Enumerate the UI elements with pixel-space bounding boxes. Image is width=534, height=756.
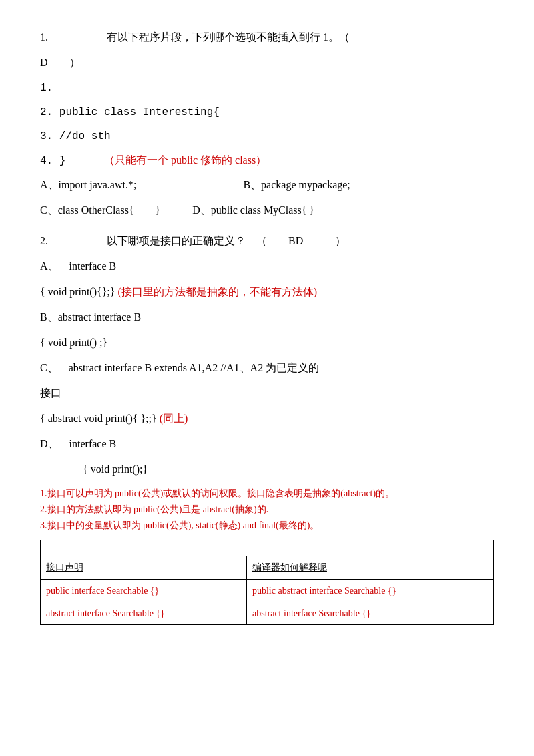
q1-title: 1. 有以下程序片段，下列哪个选项不能插入到行 1。（ bbox=[40, 27, 494, 48]
table-cell-2-1: abstract interface Searchable {} bbox=[41, 602, 247, 624]
q1-answer: D ） bbox=[40, 52, 494, 73]
q2-title: 2. 以下哪项是接口的正确定义？ （ BD ） bbox=[40, 230, 494, 252]
q2-option-c-label2: 接口 bbox=[40, 383, 494, 404]
note-1: 1.接口可以声明为 public(公共)或默认的访问权限。接口隐含表明是抽象的(… bbox=[40, 486, 494, 502]
q1-number: 1. bbox=[40, 31, 48, 43]
note-2: 2.接口的方法默认即为 public(公共)且是 abstract(抽象)的. bbox=[40, 502, 494, 518]
q2-option-d-body: { void print();} bbox=[40, 459, 494, 480]
q1-line1: 1. bbox=[40, 77, 494, 99]
col-header-1: 接口声明 bbox=[41, 556, 247, 579]
interface-table: 接口声明 编译器如何解释呢 public interface Searchabl… bbox=[40, 540, 494, 625]
q2-option-c-label: C、 abstract interface B extends A1,A2 //… bbox=[40, 357, 494, 379]
table-row-1: public interface Searchable {} public ab… bbox=[41, 579, 494, 602]
table-header-row: 接口声明 编译器如何解释呢 bbox=[41, 556, 494, 579]
note-3: 3.接口中的变量默认即为 public(公共), static(静态) and … bbox=[40, 518, 494, 534]
q1-line4: 4. } （只能有一个 public 修饰的 class） bbox=[40, 150, 494, 172]
table-row-2: abstract interface Searchable {} abstrac… bbox=[41, 602, 494, 624]
notes-block: 1.接口可以声明为 public(公共)或默认的访问权限。接口隐含表明是抽象的(… bbox=[40, 486, 494, 533]
interface-table-wrapper: 接口声明 编译器如何解释呢 public interface Searchabl… bbox=[40, 540, 494, 625]
q2-option-a-body: { void print(){};} (接口里的方法都是抽象的，不能有方法体) bbox=[40, 281, 494, 303]
question-2: 2. 以下哪项是接口的正确定义？ （ BD ） A、 interface B {… bbox=[40, 230, 494, 480]
q2-option-c-body: { abstract void print(){ };;} (同上) bbox=[40, 408, 494, 429]
table-cell-1-2: public abstract interface Searchable {} bbox=[246, 579, 493, 602]
q1-line3: 3. //do sth bbox=[40, 126, 494, 147]
q2-option-b-body: { void print() ;} bbox=[40, 332, 494, 353]
q1-line2: 2. public class Interesting{ bbox=[40, 102, 494, 123]
table-cell-1-1: public interface Searchable {} bbox=[41, 579, 247, 602]
table-empty-row bbox=[41, 540, 494, 556]
q2-number: 2. bbox=[40, 235, 48, 246]
q1-option-ab: A、import java.awt.*; B、package mypackage… bbox=[40, 174, 494, 196]
col-header-2: 编译器如何解释呢 bbox=[246, 556, 493, 579]
table-cell-2-2: abstract interface Searchable {} bbox=[246, 602, 493, 624]
question-1: 1. 有以下程序片段，下列哪个选项不能插入到行 1。（ D ） 1. 2. pu… bbox=[40, 27, 494, 221]
q2-option-a-label: A、 interface B bbox=[40, 256, 494, 277]
q1-option-cd: C、class OtherClass{ } D、public class MyC… bbox=[40, 200, 494, 221]
q2-option-b-label: B、abstract interface B bbox=[40, 307, 494, 328]
q2-option-d-label: D、 interface B bbox=[40, 433, 494, 455]
